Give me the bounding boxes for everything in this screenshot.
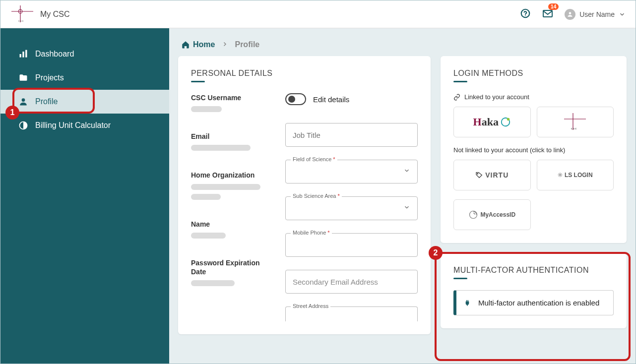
chevron-down-icon xyxy=(403,204,410,213)
login-method-virtu[interactable]: VIRTU xyxy=(453,160,531,190)
street-address-input[interactable]: Street Address xyxy=(285,306,418,321)
plug-icon xyxy=(463,299,471,307)
redacted-value xyxy=(191,194,221,200)
calculator-icon xyxy=(18,121,28,130)
svg-text:c s c: c s c xyxy=(571,127,576,130)
mfa-status: Multi-factor authentication is enabled xyxy=(453,290,614,315)
logo-area: c s c My CSC xyxy=(10,5,70,23)
csc-logo: c s c xyxy=(10,5,34,23)
breadcrumb-home[interactable]: Home xyxy=(181,40,215,49)
label-csc-username: CSC Username xyxy=(191,93,265,102)
content-area: Home Profile PERSONAL DETAILS CSC Userna… xyxy=(169,28,636,364)
breadcrumb: Home Profile xyxy=(169,28,636,56)
tag-icon xyxy=(475,171,483,179)
topbar: c s c My CSC 14 User Name xyxy=(0,0,636,28)
sidebar-item-label: Projects xyxy=(35,73,64,82)
mfa-card: MULTI-FACTOR AUTHENTICATION Multi-factor… xyxy=(441,253,627,328)
section-title: PERSONAL DETAILS xyxy=(191,69,418,78)
edit-details-label: Edit details xyxy=(313,95,349,104)
svg-point-5 xyxy=(525,15,526,16)
person-icon xyxy=(18,97,28,107)
avatar-icon xyxy=(565,9,575,20)
svg-point-18 xyxy=(477,173,478,174)
sidebar-item-projects[interactable]: Projects xyxy=(0,66,169,90)
sidebar-item-billing[interactable]: Billing Unit Calculator xyxy=(0,114,169,137)
redacted-value xyxy=(191,145,251,151)
sidebar-item-label: Profile xyxy=(35,97,58,106)
not-linked-label: Not linked to your account (click to lin… xyxy=(453,146,614,154)
mail-icon[interactable]: 14 xyxy=(542,7,554,21)
svg-rect-8 xyxy=(20,54,21,58)
app-name: My CSC xyxy=(40,10,70,19)
sidebar-item-label: Billing Unit Calculator xyxy=(35,121,111,130)
sub-science-select[interactable]: Sub Science Area * xyxy=(285,196,418,220)
section-title: MULTI-FACTOR AUTHENTICATION xyxy=(453,266,614,275)
sidebar: Dashboard Projects Profile Billing Unit … xyxy=(0,28,169,364)
svg-point-14 xyxy=(507,118,510,121)
personal-details-card: PERSONAL DETAILS CSC Username Email xyxy=(178,56,431,334)
help-icon[interactable] xyxy=(520,8,531,21)
job-title-input[interactable] xyxy=(285,123,418,147)
login-method-lslogin[interactable]: ✳︎LS LOGIN xyxy=(537,160,614,190)
redacted-value xyxy=(191,280,235,286)
field-of-science-select[interactable]: Field of Science * xyxy=(285,160,418,183)
label-home-org: Home Organization xyxy=(191,171,265,180)
login-methods-card: LOGIN METHODS Linked to your account Hak… xyxy=(441,56,627,243)
login-method-csc[interactable]: c s c xyxy=(537,107,614,137)
svg-point-11 xyxy=(22,98,25,102)
redacted-value xyxy=(191,184,260,190)
link-icon xyxy=(453,94,460,101)
label-email: Email xyxy=(191,132,265,141)
fingerprint-icon xyxy=(468,210,478,220)
section-title: LOGIN METHODS xyxy=(453,69,614,78)
svg-rect-9 xyxy=(22,52,24,58)
notification-badge: 14 xyxy=(548,3,559,10)
chevron-down-icon xyxy=(619,11,626,18)
svg-point-19 xyxy=(470,211,477,219)
svg-point-7 xyxy=(569,12,572,14)
mobile-phone-input[interactable]: Mobile Phone * xyxy=(285,233,418,257)
sidebar-item-label: Dashboard xyxy=(35,50,74,59)
login-method-haka[interactable]: Haka xyxy=(453,107,531,137)
sidebar-item-profile[interactable]: Profile xyxy=(0,90,169,114)
home-icon xyxy=(181,40,190,49)
svg-rect-10 xyxy=(25,50,27,58)
redacted-value xyxy=(191,233,226,239)
edit-details-toggle[interactable] xyxy=(285,93,306,105)
label-pw-exp: Password Expiration Date xyxy=(191,258,265,276)
breadcrumb-current: Profile xyxy=(235,40,259,49)
label-name: Name xyxy=(191,220,265,229)
chevron-down-icon xyxy=(403,167,410,176)
user-menu[interactable]: User Name xyxy=(565,9,626,20)
sidebar-item-dashboard[interactable]: Dashboard xyxy=(0,42,169,66)
svg-text:c s c: c s c xyxy=(18,19,24,22)
login-method-myaccessid[interactable]: MyAccessID xyxy=(453,199,531,230)
redacted-value xyxy=(191,106,222,112)
user-name: User Name xyxy=(579,10,615,18)
chevron-right-icon xyxy=(222,40,228,49)
secondary-email-input[interactable]: Secondary Email Address xyxy=(285,270,418,294)
linked-label: Linked to your account xyxy=(453,93,614,101)
folder-icon xyxy=(18,73,28,83)
bar-chart-icon xyxy=(18,49,28,59)
